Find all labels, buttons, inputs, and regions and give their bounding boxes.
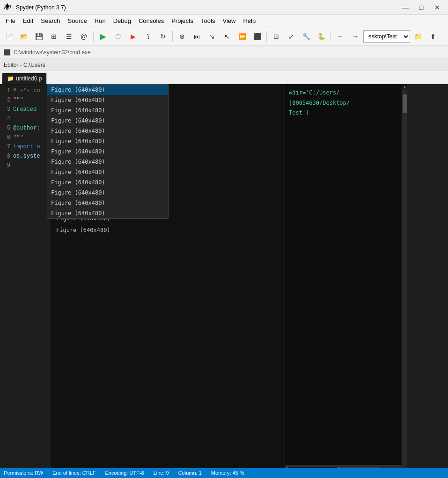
code-line: 7import o	[0, 142, 51, 152]
permissions-status: Permissions: RW	[4, 470, 43, 476]
terminal-icon: ⬛	[4, 49, 11, 56]
step-into-button[interactable]: ↘	[205, 29, 219, 43]
autocomplete-item[interactable]: Figure (640x480)	[47, 136, 168, 146]
toolbar-separator-4	[330, 31, 331, 42]
toolbar-separator-2	[172, 31, 173, 42]
figure-entry: Figure (640x480)	[54, 225, 281, 235]
code-line: 2"""	[0, 95, 51, 105]
console-output: wdir='C:/Users/j80054630/Desktop/Test')	[285, 84, 402, 465]
code-line: 8os.syste	[0, 152, 51, 161]
directory-dropdown[interactable]: esktop\Test	[363, 30, 410, 43]
console-line: j80054630/Desktop/	[289, 98, 398, 109]
line-number: 9	[0, 162, 13, 169]
autocomplete-item[interactable]: Figure (640x480)	[47, 208, 168, 218]
at-button[interactable]: @	[77, 29, 91, 43]
menu-item-tools[interactable]: Tools	[197, 16, 219, 25]
autocomplete-dropdown[interactable]: Figure (640x480)Figure (640x480)Figure (…	[47, 84, 169, 219]
autocomplete-item[interactable]: Figure (640x480)	[47, 95, 168, 105]
open-file-button[interactable]: 📂	[17, 29, 31, 43]
toolbar-separator-1	[93, 31, 94, 42]
up-dir-button[interactable]: ⬆	[426, 29, 440, 43]
line-status: Line: 9	[154, 470, 169, 476]
line-text: os.syste	[13, 153, 40, 159]
scroll-up-arrow[interactable]: ▲	[402, 84, 407, 90]
menu-item-file[interactable]: File	[2, 16, 19, 25]
autocomplete-item[interactable]: Figure (640x480)	[47, 85, 168, 95]
autocomplete-item[interactable]: Figure (640x480)	[47, 167, 168, 177]
editor-console-split: 1# -*- co2"""3Created45@author:6"""7impo…	[0, 84, 448, 478]
line-text: import o	[13, 144, 40, 150]
code-line: 4	[0, 114, 51, 123]
step-return-button[interactable]: ↖	[220, 29, 234, 43]
autocomplete-item[interactable]: Figure (640x480)	[47, 157, 168, 167]
line-number: 2	[0, 97, 13, 103]
list-button[interactable]: ☰	[62, 29, 76, 43]
code-line: 6"""	[0, 133, 51, 142]
browse-button[interactable]: 📁	[411, 29, 425, 43]
autocomplete-item[interactable]: Figure (640x480)	[47, 188, 168, 198]
autocomplete-item[interactable]: Figure (640x480)	[47, 116, 168, 126]
save-file-button[interactable]: 💾	[32, 29, 46, 43]
profile-button[interactable]: ⊡	[269, 29, 283, 43]
autocomplete-item[interactable]: Figure (640x480)	[47, 177, 168, 188]
menu-item-help[interactable]: Help	[239, 16, 259, 25]
run-config-button[interactable]: ⬡	[111, 29, 125, 43]
menu-item-view[interactable]: View	[219, 16, 239, 25]
expand-button[interactable]: ⤢	[284, 29, 298, 43]
app-container: 🕷 Spyder (Python 3.7) — □ ✕ FileEditSear…	[0, 0, 448, 478]
maximize-button[interactable]: □	[414, 2, 428, 13]
eol-status: End of lines: CRLF	[52, 470, 95, 476]
close-button[interactable]: ✕	[430, 2, 444, 13]
tab-bar: 📁 untitled0.p	[0, 71, 448, 84]
code-lines: 1# -*- co2"""3Created45@author:6"""7impo…	[0, 84, 51, 172]
pathbar-path: C:\windows\system32\cmd.exe	[14, 49, 91, 56]
reload-button[interactable]: ↻	[156, 29, 170, 43]
continue-button[interactable]: ⏭	[190, 29, 204, 43]
code-line: 1# -*- co	[0, 86, 51, 95]
vertical-scrollbar[interactable]: ▲ ▼	[402, 84, 407, 478]
menu-item-consoles[interactable]: Consoles	[135, 16, 168, 25]
pathbar: ⬛ C:\windows\system32\cmd.exe	[0, 46, 448, 59]
statusbar: Permissions: RW End of lines: CRLF Encod…	[0, 468, 448, 478]
menu-item-run[interactable]: Run	[91, 16, 110, 25]
back-button[interactable]: ←	[333, 29, 347, 43]
scroll-thumb[interactable]	[403, 94, 407, 113]
console-pane: wdir='C:/Users/j80054630/Desktop/Test') …	[285, 84, 402, 478]
run-button[interactable]: ▶	[96, 29, 110, 43]
scroll-track	[402, 90, 407, 472]
line-text: """	[13, 134, 23, 141]
new-file-button[interactable]: 📄	[2, 29, 16, 43]
save-all-button[interactable]: ⊞	[47, 29, 61, 43]
titlebar: 🕷 Spyder (Python 3.7) — □ ✕	[0, 0, 448, 15]
minimize-button[interactable]: —	[398, 2, 412, 13]
line-number: 7	[0, 144, 13, 150]
code-line: 9	[0, 161, 51, 170]
autocomplete-item[interactable]: Figure (640x480)	[47, 105, 168, 116]
line-text: """	[13, 97, 23, 103]
memory-status: Memory: 45 %	[211, 470, 244, 476]
debug-breakpoint-button[interactable]: ⊕	[175, 29, 189, 43]
spyder-icon: 🕷	[4, 3, 13, 12]
menu-item-edit[interactable]: Edit	[19, 16, 37, 25]
menu-item-projects[interactable]: Projects	[168, 16, 197, 25]
autocomplete-item[interactable]: Figure (640x480)	[47, 146, 168, 157]
menu-item-debug[interactable]: Debug	[110, 16, 135, 25]
step-over-button[interactable]: ⤵	[141, 29, 155, 43]
menu-item-search[interactable]: Search	[37, 16, 64, 25]
tab-label: untitled0.p	[16, 75, 42, 82]
debug-button[interactable]: ▶	[126, 29, 140, 43]
editor-tab[interactable]: 📁 untitled0.p	[2, 72, 47, 84]
stop-button[interactable]: ⬛	[250, 29, 264, 43]
line-number: 4	[0, 116, 13, 122]
autocomplete-item[interactable]: Figure (640x480)	[47, 198, 168, 208]
code-line: 5@author:	[0, 123, 51, 133]
settings-button[interactable]: 🔧	[299, 29, 313, 43]
editor-header: Editor - C:\Users	[0, 59, 448, 71]
python-button[interactable]: 🐍	[314, 29, 328, 43]
menu-item-source[interactable]: Source	[64, 16, 91, 25]
line-number: 6	[0, 134, 13, 141]
autocomplete-item[interactable]: Figure (640x480)	[47, 126, 168, 136]
step-next-button[interactable]: ⏩	[235, 29, 249, 43]
line-number: 5	[0, 125, 13, 131]
forward-button[interactable]: →	[348, 29, 362, 43]
